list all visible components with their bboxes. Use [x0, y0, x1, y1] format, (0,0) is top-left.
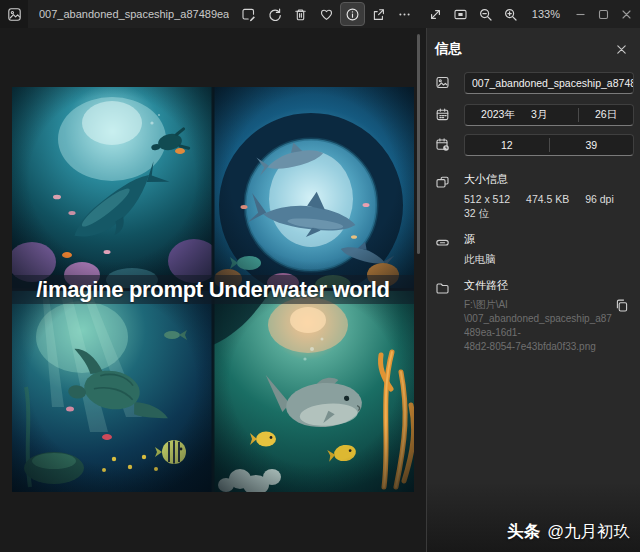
copy-path-button[interactable]: [610, 294, 632, 316]
size-info-label: 大小信息: [464, 172, 634, 187]
calendar-icon: [435, 107, 457, 122]
file-path-section: 文件路径 F:\图片\AI \007_abandoned_spaceship_a…: [435, 278, 634, 354]
folder-icon: [435, 281, 457, 296]
prompt-caption-bar: /imagine prompt Underwater world: [12, 275, 414, 304]
link-icon: [435, 235, 457, 250]
favorite-button[interactable]: [314, 2, 339, 26]
time-row: 12 39: [435, 134, 634, 156]
clock-calendar-icon: [435, 137, 457, 152]
delete-button[interactable]: [288, 2, 313, 26]
source-value: 此电脑: [464, 252, 634, 266]
photo-quadrant-sharks-arch: [213, 87, 414, 295]
close-window-button[interactable]: [615, 2, 638, 26]
file-size: 474.5 KB: [526, 193, 569, 205]
image-dpi: 96 dpi: [585, 193, 614, 205]
time-picker[interactable]: 12 39: [464, 134, 634, 156]
info-panel-title: 信息: [435, 40, 462, 58]
photos-app-window: 007_abandoned_spaceship_a87489ea-16d1-48…: [0, 0, 640, 552]
zoom-out-button[interactable]: [473, 2, 498, 26]
source-label: 源: [464, 232, 634, 247]
date-day-segment[interactable]: 26日: [579, 108, 633, 122]
expand-diagonal-icon: [428, 7, 443, 22]
fit-to-window-icon: [453, 7, 468, 22]
watermark-handle: @九月初玖: [547, 521, 630, 543]
time-minute-segment[interactable]: 39: [550, 139, 634, 151]
date-year-segment[interactable]: 2023年: [465, 108, 531, 122]
watermark: 头条 @九月初玖: [507, 521, 630, 543]
toolbar-center: [236, 2, 417, 26]
toolbar-right: 133%: [423, 2, 638, 26]
photo-quadrant-sea-turtle: [12, 290, 213, 492]
date-row: 2023年 3月 26日: [435, 104, 634, 126]
trash-icon: [293, 7, 308, 22]
file-path-line: F:\图片\AI: [464, 298, 614, 312]
date-month-segment[interactable]: 3月: [531, 108, 577, 122]
more-ellipsis-icon: [397, 7, 412, 22]
photo-quadrant-gray-fish: [213, 290, 414, 492]
zoom-level-display[interactable]: 133%: [532, 8, 560, 20]
zoom-out-icon: [478, 7, 493, 22]
share-button[interactable]: [366, 2, 391, 26]
image-dimensions: 512 x 512: [464, 193, 510, 205]
bit-depth: 32 位: [464, 207, 489, 219]
rotate-icon: [267, 7, 282, 22]
info-icon: [345, 7, 360, 22]
copy-icon: [614, 298, 629, 313]
watermark-brand: 头条: [507, 521, 540, 543]
image-viewer-area: /imagine prompt Underwater world: [0, 28, 426, 552]
info-panel: 信息 007_abandoned_spaceship_a87489e: [426, 28, 640, 552]
file-path-label: 文件路径: [464, 278, 634, 293]
info-panel-header: 信息: [427, 28, 640, 58]
filename-input[interactable]: 007_abandoned_spaceship_a87489ea-16d1-4: [464, 72, 634, 94]
maximize-icon: [597, 8, 610, 21]
minimize-icon: [574, 8, 587, 21]
size-info-values: 512 x 512 474.5 KB 96 dpi 32 位: [464, 192, 634, 220]
maximize-button[interactable]: [592, 2, 615, 26]
share-icon: [371, 7, 386, 22]
zoom-in-icon: [503, 7, 518, 22]
info-button[interactable]: [340, 2, 365, 26]
edit-image-button[interactable]: [236, 2, 261, 26]
image-size-icon: [435, 175, 457, 190]
prompt-caption-text: /imagine prompt Underwater world: [36, 277, 389, 303]
date-picker[interactable]: 2023年 3月 26日: [464, 104, 634, 126]
file-path-line: 48d2-8054-7e43bfda0f33.png: [464, 340, 614, 354]
window-title: 007_abandoned_spaceship_a87489ea-16d1-48…: [39, 8, 229, 20]
photo-image[interactable]: /imagine prompt Underwater world: [12, 87, 414, 492]
close-panel-icon: [615, 43, 628, 56]
file-path-value: F:\图片\AI \007_abandoned_spaceship_a87489…: [464, 298, 614, 354]
size-info-section: 大小信息 512 x 512 474.5 KB 96 dpi 32 位: [435, 172, 634, 220]
file-path-line: \007_abandoned_spaceship_a87489ea-16d1-: [464, 312, 614, 340]
info-panel-close-button[interactable]: [612, 40, 630, 58]
time-hour-segment[interactable]: 12: [465, 139, 549, 151]
app-icon-button[interactable]: [0, 0, 28, 28]
photo-quadrant-dolphin-reef: [12, 87, 220, 292]
more-options-button[interactable]: [392, 2, 417, 26]
close-window-icon: [620, 8, 633, 21]
zoom-in-button[interactable]: [498, 2, 523, 26]
image-file-icon: [435, 75, 457, 90]
photos-app-icon: [7, 7, 22, 22]
fullscreen-button[interactable]: [423, 2, 448, 26]
viewer-scrollbar[interactable]: [417, 34, 420, 254]
minimize-button[interactable]: [569, 2, 592, 26]
edit-image-icon: [241, 7, 256, 22]
rotate-button[interactable]: [262, 2, 287, 26]
titlebar: 007_abandoned_spaceship_a87489ea-16d1-48…: [0, 0, 640, 28]
filename-row: 007_abandoned_spaceship_a87489ea-16d1-4: [435, 72, 634, 94]
fit-to-window-button[interactable]: [448, 2, 473, 26]
heart-icon: [319, 7, 334, 22]
source-section: 源 此电脑: [435, 232, 634, 266]
